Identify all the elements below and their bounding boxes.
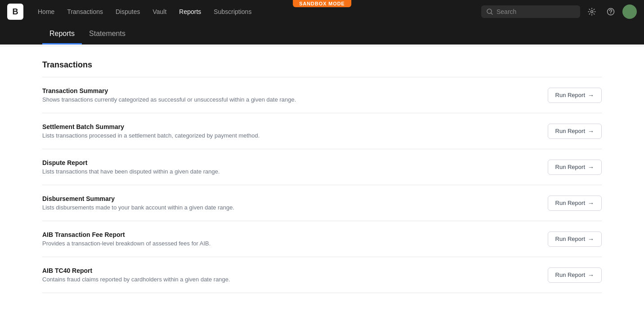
report-description: Lists disbursements made to your bank ac… — [42, 204, 548, 211]
report-row: Dispute Report Lists transactions that h… — [42, 149, 602, 185]
report-row: AIB TC40 Report Contains fraud claims re… — [42, 257, 602, 293]
run-report-button-settlement-batch[interactable]: Run Report → — [548, 124, 602, 139]
report-info-dispute: Dispute Report Lists transactions that h… — [42, 159, 548, 175]
brand-logo[interactable]: B — [7, 4, 23, 20]
svg-line-1 — [491, 13, 492, 14]
gear-icon — [588, 8, 596, 16]
arrow-icon: → — [588, 164, 594, 171]
run-report-button-disbursement[interactable]: Run Report → — [548, 196, 602, 211]
report-row: Transaction Summary Shows transactions c… — [42, 77, 602, 113]
tab-reports[interactable]: Reports — [42, 23, 82, 45]
report-name: AIB Transaction Fee Report — [42, 231, 548, 238]
report-name: Dispute Report — [42, 159, 548, 166]
search-input[interactable] — [496, 8, 575, 15]
report-info-aib-fee: AIB Transaction Fee Report Provides a tr… — [42, 231, 548, 247]
run-report-button-aib-fee[interactable]: Run Report → — [548, 231, 602, 247]
nav-links: HomeTransactionsDisputesVaultReportsSubs… — [32, 5, 481, 18]
report-info-transaction-summary: Transaction Summary Shows transactions c… — [42, 87, 548, 103]
nav-link-disputes[interactable]: Disputes — [110, 5, 145, 18]
report-info-settlement-batch: Settlement Batch Summary Lists transacti… — [42, 123, 548, 139]
svg-point-4 — [610, 13, 611, 14]
search-icon — [487, 9, 493, 15]
nav-link-home[interactable]: Home — [32, 5, 60, 18]
arrow-icon: → — [588, 236, 594, 243]
nav-link-reports[interactable]: Reports — [174, 5, 206, 18]
main-content: Transactions Transaction Summary Shows t… — [0, 47, 644, 316]
report-name: Disbursement Summary — [42, 195, 548, 202]
subheader: Reports Statements — [0, 23, 644, 45]
help-icon — [607, 8, 615, 16]
nav-link-vault[interactable]: Vault — [147, 5, 172, 18]
report-description: Lists transactions that have been disput… — [42, 168, 548, 175]
arrow-icon: → — [588, 128, 594, 135]
report-row: Disbursement Summary Lists disbursements… — [42, 185, 602, 221]
report-description: Contains fraud claims reported by cardho… — [42, 276, 548, 283]
report-name: Settlement Batch Summary — [42, 123, 548, 130]
settings-button[interactable] — [585, 4, 599, 19]
report-row: Settlement Batch Summary Lists transacti… — [42, 113, 602, 149]
report-name: Transaction Summary — [42, 87, 548, 94]
arrow-icon: → — [588, 200, 594, 207]
report-description: Lists transactions processed in a settle… — [42, 132, 548, 139]
report-description: Shows transactions currently categorized… — [42, 96, 548, 103]
run-report-button-aib-tc40[interactable]: Run Report → — [548, 267, 602, 283]
search-box[interactable] — [481, 5, 580, 18]
nav-link-transactions[interactable]: Transactions — [62, 5, 108, 18]
svg-point-2 — [591, 11, 593, 13]
tab-statements[interactable]: Statements — [82, 23, 133, 45]
section-title: Transactions — [42, 60, 602, 70]
report-description: Provides a transaction-level breakdown o… — [42, 240, 548, 247]
sandbox-banner: SANDBOX MODE — [293, 0, 351, 7]
report-row: AIB Transaction Fee Report Provides a tr… — [42, 221, 602, 257]
nav-right — [481, 4, 637, 19]
reports-list: Transaction Summary Shows transactions c… — [42, 77, 602, 293]
arrow-icon: → — [588, 92, 594, 99]
run-report-button-dispute[interactable]: Run Report → — [548, 160, 602, 175]
report-name: AIB TC40 Report — [42, 267, 548, 274]
user-avatar[interactable] — [622, 4, 637, 19]
report-info-disbursement: Disbursement Summary Lists disbursements… — [42, 195, 548, 211]
arrow-icon: → — [588, 271, 594, 279]
report-info-aib-tc40: AIB TC40 Report Contains fraud claims re… — [42, 267, 548, 283]
run-report-button-transaction-summary[interactable]: Run Report → — [548, 88, 602, 103]
nav-link-subscriptions[interactable]: Subscriptions — [208, 5, 257, 18]
help-button[interactable] — [604, 4, 618, 19]
